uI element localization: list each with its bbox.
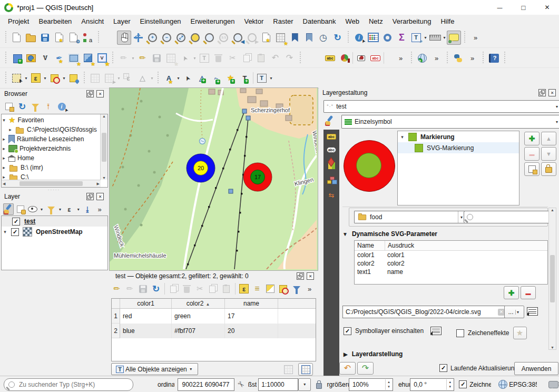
symbol-tree-root[interactable]: Markierung xyxy=(398,131,519,142)
open-project-icon[interactable] xyxy=(24,31,38,45)
new-gpx-layer-icon[interactable] xyxy=(95,51,109,65)
column-header-color2[interactable]: color2 xyxy=(172,299,225,308)
layer-float-icon[interactable] xyxy=(86,193,94,200)
collapse-icon[interactable] xyxy=(2,165,6,170)
scale-lock-icon[interactable] xyxy=(316,383,322,389)
select-by-location-icon[interactable] xyxy=(66,71,81,85)
renderer-combo[interactable]: Einzelsymbol xyxy=(341,115,559,129)
toolbar-grip[interactable] xyxy=(156,72,160,84)
pan-map-icon[interactable] xyxy=(117,31,131,45)
magnifier-spinbox[interactable]: 100% xyxy=(349,378,393,391)
symbology-tab-icon[interactable] xyxy=(324,115,336,126)
zoom-last-icon[interactable]: ◀ xyxy=(231,31,245,45)
menu-projekt[interactable]: Projekt xyxy=(3,16,34,27)
select-by-expression-dropdown[interactable] xyxy=(43,76,47,81)
live-update-checkbox[interactable] xyxy=(439,364,447,372)
attribute-table-search-icon[interactable]: ⌕ xyxy=(409,31,423,45)
open-layer-styling-icon[interactable] xyxy=(3,203,14,215)
browser-vertical-scrollbar[interactable]: ▲▼ xyxy=(100,114,107,180)
styling-close-icon[interactable] xyxy=(548,89,556,96)
expand-icon[interactable] xyxy=(400,134,405,140)
diagram-tab-icon[interactable] xyxy=(327,177,336,184)
toolbar-grip[interactable] xyxy=(482,52,485,64)
web-overflow-icon[interactable] xyxy=(429,51,444,65)
expand-all-icon[interactable]: ⭳ xyxy=(82,203,93,215)
collapse-icon[interactable] xyxy=(8,127,13,132)
menu-erweiterungen[interactable]: Erweiterungen xyxy=(186,16,240,27)
pan-to-selection-icon[interactable] xyxy=(131,31,145,45)
browser-item-home[interactable]: Home xyxy=(2,153,101,163)
browser-item-fossgis[interactable]: C:\Projects\QGIS\fossgis xyxy=(2,125,101,134)
menu-verarbeitung[interactable]: Verarbeitung xyxy=(388,16,436,27)
styling-vertical-scrollbar[interactable]: ▲▼ xyxy=(548,208,556,350)
attr-float-icon[interactable] xyxy=(297,272,304,280)
highlight-labels-icon[interactable] xyxy=(368,51,383,65)
new-spatial-bookmark-icon[interactable] xyxy=(288,31,302,45)
browser-add-layer-icon[interactable] xyxy=(3,101,15,112)
text-annotation-dropdown[interactable] xyxy=(269,76,273,81)
lock-color-button[interactable] xyxy=(541,162,556,176)
browser-close-icon[interactable] xyxy=(96,90,104,97)
apply-button[interactable]: Anwenden xyxy=(514,362,558,375)
coordinate-field[interactable]: 900221 6090477 xyxy=(178,378,234,391)
3d-view-tab-icon[interactable] xyxy=(328,162,335,169)
add-param-button[interactable] xyxy=(504,286,519,299)
attr-overflow-icon[interactable] xyxy=(304,283,315,295)
layer-item-openstreetmap[interactable]: OpenStreetMap xyxy=(2,227,107,237)
map-feature-marker-20[interactable]: 20 xyxy=(187,154,215,182)
new-virtual-layer-icon[interactable] xyxy=(66,51,81,65)
crs-status[interactable]: EPSG:3857 xyxy=(509,381,537,388)
browser-properties-icon[interactable] xyxy=(56,101,67,112)
extent-toggle-icon[interactable] xyxy=(237,379,246,390)
remove-param-button[interactable] xyxy=(521,286,536,299)
new-shapefile-layer-icon[interactable] xyxy=(38,51,52,65)
menu-raster[interactable]: Raster xyxy=(268,16,298,27)
refresh-map-icon[interactable] xyxy=(330,31,345,45)
select-features-dropdown[interactable] xyxy=(24,76,28,81)
layer-rendering-section-header[interactable]: ▶Layerdarstellung xyxy=(344,350,403,358)
param-row[interactable]: text1 name xyxy=(355,268,547,276)
help-icon[interactable] xyxy=(487,51,501,65)
show-bookmarks-icon[interactable] xyxy=(302,31,316,45)
new-project-icon[interactable] xyxy=(9,31,24,45)
path-data-defined-override-icon[interactable] xyxy=(527,307,538,316)
maximize-button[interactable] xyxy=(512,0,535,15)
options-gear-icon[interactable] xyxy=(380,31,395,45)
show-sum-statistics-icon[interactable] xyxy=(395,31,409,45)
style-redo-button[interactable] xyxy=(357,362,374,375)
deselect-all-icon[interactable] xyxy=(47,71,62,85)
enable-data-defined-override-icon[interactable] xyxy=(430,327,442,335)
zoom-to-selection-icon[interactable] xyxy=(188,31,202,45)
zoom-to-layer-icon[interactable] xyxy=(202,31,217,45)
new-print-layout-icon[interactable] xyxy=(52,31,66,45)
create-text-annotation-icon[interactable] xyxy=(238,71,252,85)
browser-filter-icon[interactable] xyxy=(30,101,41,112)
browser-collapse-icon[interactable]: ⭱ xyxy=(43,101,54,112)
crs-globe-icon[interactable] xyxy=(498,380,507,389)
close-button[interactable] xyxy=(535,0,559,15)
browse-svg-button[interactable]: ... xyxy=(504,306,524,318)
menu-ansicht[interactable]: Ansicht xyxy=(76,16,109,27)
draw-effects-checkbox[interactable] xyxy=(456,329,464,337)
python-console-icon[interactable] xyxy=(451,51,465,65)
param-row[interactable]: color2 color2 xyxy=(355,259,547,268)
render-checkbox[interactable] xyxy=(459,380,467,388)
toolbar-overflow-icon[interactable] xyxy=(468,31,483,45)
scale-dropdown-button[interactable] xyxy=(298,378,311,391)
svg-params-section-header[interactable]: ▼Dynamische SVG-Parameter xyxy=(342,230,437,238)
toolbar-grip[interactable] xyxy=(446,52,449,64)
attr-close-icon[interactable] xyxy=(307,272,314,280)
attr-reload-icon[interactable] xyxy=(151,283,162,295)
browser-refresh-icon[interactable] xyxy=(16,101,28,112)
column-header-color1[interactable]: color1 xyxy=(120,299,172,308)
toolbar-grip[interactable] xyxy=(4,72,7,84)
svg-search-field[interactable] xyxy=(464,211,551,223)
annotation-dropdown[interactable] xyxy=(176,76,181,81)
data-source-manager-icon[interactable] xyxy=(9,51,24,65)
styling-layer-combo[interactable]: °·° test xyxy=(323,100,559,113)
attr-deselect-icon[interactable] xyxy=(278,283,289,295)
svg-path-field[interactable]: C:/Projects/QGIS/QGIS_Blog/2022-04/circl… xyxy=(342,306,508,318)
select-features-icon[interactable] xyxy=(9,71,24,85)
toolbar-grip[interactable] xyxy=(503,52,506,64)
minimize-button[interactable] xyxy=(488,0,512,15)
